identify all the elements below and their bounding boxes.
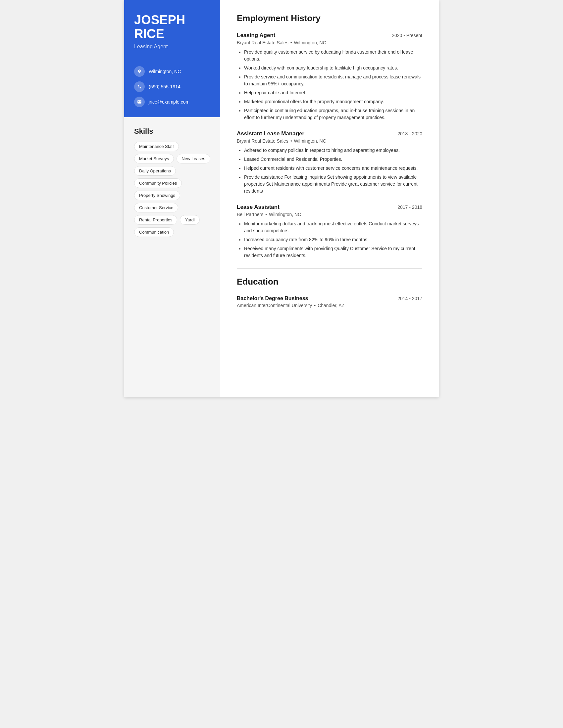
separator: • [265,212,267,217]
job-bullets: Adhered to company policies in respect t… [237,147,422,195]
bullet-item: Increased occupancy rate from 82% to 96%… [244,236,422,243]
job-block: Leasing Agent 2020 - Present Bryant Real… [237,32,422,121]
job-company: Bryant Real Estate Sales • Wilmington, N… [237,40,422,45]
email-text: jrice@example.com [149,99,189,105]
skills-heading: Skills [134,127,210,136]
location-item: Wilmington, NC [134,66,210,77]
skill-tag: Yardi [180,215,199,225]
company-location: Wilmington, NC [294,40,326,45]
job-title: Assistant Lease Manager [237,130,305,137]
phone-icon [134,81,145,92]
bullet-item: Received many compliments with providing… [244,245,422,259]
bullet-item: Participated in continuing education pro… [244,107,422,121]
skill-tag: Daily Operations [134,166,176,176]
candidate-title: Leasing Agent [134,44,210,50]
phone-item: (590) 555-1914 [134,81,210,92]
sidebar-header: JOSEPH RICE Leasing Agent [124,0,220,60]
bullet-item: Monitor marketing dollars and tracking m… [244,220,422,234]
jobs-container: Leasing Agent 2020 - Present Bryant Real… [237,32,422,259]
job-company: Bell Partners • Wilmington, NC [237,212,422,217]
bullet-item: Leased Commercial and Residential Proper… [244,156,422,163]
skill-tag: Property Showings [134,191,180,200]
skill-tag: Market Surveys [134,154,174,163]
bullet-item: Adhered to company policies in respect t… [244,147,422,154]
separator: • [291,40,292,45]
company-location: Wilmington, NC [294,138,326,144]
skill-tag: Rental Properties [134,215,177,225]
sidebar: JOSEPH RICE Leasing Agent Wilmington, NC [124,0,220,397]
job-block: Lease Assistant 2017 - 2018 Bell Partner… [237,204,422,259]
edu-header: Bachelor's Degree Business 2014 - 2017 [237,296,422,301]
job-block: Assistant Lease Manager 2018 - 2020 Brya… [237,130,422,195]
bullet-item: Marketed promotional offers for the prop… [244,98,422,105]
contact-section: Wilmington, NC (590) 555-1914 jrice@exam… [124,60,220,117]
email-item: jrice@example.com [134,97,210,107]
separator: • [314,303,316,308]
section-divider [237,268,422,269]
job-header: Lease Assistant 2017 - 2018 [237,204,422,210]
email-icon [134,97,145,107]
school-location: Chandler, AZ [318,303,345,308]
location-text: Wilmington, NC [149,69,181,74]
resume-container: JOSEPH RICE Leasing Agent Wilmington, NC [124,0,439,397]
bullet-item: Provided quality customer service by edu… [244,49,422,63]
bullet-item: Provide service and communication to res… [244,73,422,87]
job-company: Bryant Real Estate Sales • Wilmington, N… [237,138,422,144]
skills-section: Skills Maintenance StaffMarket SurveysNe… [124,117,220,397]
bullet-item: Worked directly with company leadership … [244,65,422,71]
main-content: Employment History Leasing Agent 2020 - … [220,0,439,397]
job-header: Assistant Lease Manager 2018 - 2020 [237,130,422,137]
location-icon [134,66,145,77]
candidate-name: JOSEPH RICE [134,13,210,41]
separator: • [291,138,292,144]
skill-tag: Customer Service [134,203,178,212]
edu-block: Bachelor's Degree Business 2014 - 2017 A… [237,296,422,308]
job-title: Leasing Agent [237,32,275,39]
edu-degree: Bachelor's Degree Business [237,296,308,301]
company-location: Wilmington, NC [269,212,301,217]
education-container: Bachelor's Degree Business 2014 - 2017 A… [237,296,422,308]
skill-tag: Communication [134,227,174,237]
job-dates: 2017 - 2018 [398,205,422,210]
phone-text: (590) 555-1914 [149,84,180,89]
skill-tag: New Leases [176,154,210,163]
job-bullets: Monitor marketing dollars and tracking m… [237,220,422,259]
company-name: Bell Partners [237,212,263,217]
employment-heading: Employment History [237,13,422,25]
company-name: Bryant Real Estate Sales [237,40,289,45]
bullet-item: Help repair cable and Internet. [244,89,422,96]
job-dates: 2020 - Present [392,33,422,38]
job-bullets: Provided quality customer service by edu… [237,49,422,121]
skill-tag: Maintenance Staff [134,142,179,151]
skills-tags: Maintenance StaffMarket SurveysNew Lease… [134,142,210,237]
edu-dates: 2014 - 2017 [398,296,422,301]
bullet-item: Provide assistance For leasing inquiries… [244,174,422,195]
company-name: Bryant Real Estate Sales [237,138,289,144]
skill-tag: Community Policies [134,178,182,188]
edu-school: American InterContinental University • C… [237,303,422,308]
school-name: American InterContinental University [237,303,312,308]
job-title: Lease Assistant [237,204,279,210]
job-header: Leasing Agent 2020 - Present [237,32,422,39]
education-heading: Education [237,277,422,289]
job-dates: 2018 - 2020 [398,131,422,136]
bullet-item: Helped current residents with customer s… [244,165,422,172]
